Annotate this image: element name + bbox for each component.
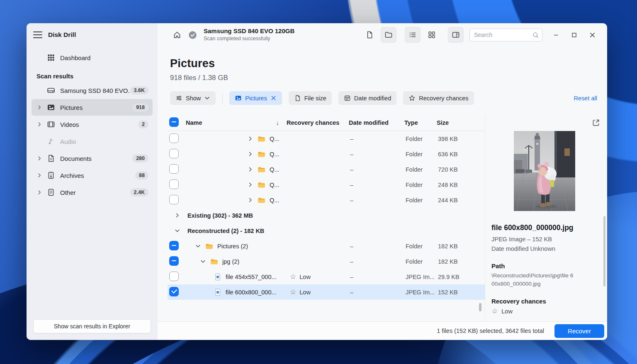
select-all-checkbox[interactable] [169, 117, 179, 127]
file-icon [294, 95, 301, 102]
chevron-right-icon[interactable] [247, 182, 253, 188]
close-button[interactable] [583, 27, 601, 43]
preview-path-label: Path [491, 262, 597, 269]
folder-view-button[interactable] [381, 27, 396, 43]
home-button[interactable] [170, 28, 184, 42]
row-checkbox[interactable] [169, 133, 179, 143]
show-filter-button[interactable]: Show [170, 91, 216, 105]
sidebar-item-archives[interactable]: Archives 88 [32, 167, 153, 184]
chevron-down-icon[interactable] [200, 258, 206, 265]
chevron-right-icon[interactable] [247, 151, 253, 157]
remove-filter-icon[interactable] [270, 95, 277, 101]
date-modified-filter-chip[interactable]: Date modified [338, 91, 396, 105]
table-row-folder[interactable]: Q... – Folder 398 KB [168, 131, 485, 146]
sidebar-item-videos[interactable]: Videos 2 [32, 116, 153, 133]
open-external-button[interactable] [591, 118, 601, 127]
sort-descending-indicator: ↓ [276, 119, 287, 126]
topbar: Samsung SSD 840 EVO 120GB Scan completed… [158, 23, 607, 46]
row-checkbox[interactable] [169, 287, 179, 296]
table-row-jpg-folder[interactable]: jpg (2) – Folder 182 KB [168, 254, 485, 269]
column-header-type[interactable]: Type [404, 119, 437, 126]
panel-scrollbar-thumb[interactable] [603, 216, 605, 286]
chevron-right-icon[interactable] [174, 212, 180, 218]
grid-icon [428, 31, 436, 39]
chevron-right-icon[interactable] [247, 197, 253, 203]
grid-view-button[interactable] [424, 27, 440, 43]
drive-icon [47, 86, 55, 95]
list-view-button[interactable] [405, 27, 421, 43]
row-checkbox[interactable] [169, 256, 179, 266]
selection-status: 1 files (152 KB) selected, 3642 files to… [437, 328, 544, 334]
row-checkbox[interactable] [169, 272, 179, 281]
table-row-file[interactable]: file 454x557_000... ☆ Low – JPEG Im... 2… [168, 269, 485, 284]
table-row-folder[interactable]: Q... – Folder 248 KB [168, 177, 485, 192]
chevron-right-icon [36, 189, 42, 195]
jpeg-file-icon [214, 273, 221, 281]
page-title: Pictures [170, 57, 607, 70]
count-badge: 3.6K [130, 86, 148, 95]
sidebar-item-dashboard[interactable]: Dashboard [32, 49, 153, 66]
group-row-reconstructed[interactable]: Reconstructed (2) - 182 KB [168, 223, 485, 238]
maximize-button[interactable] [565, 27, 583, 43]
device-status: Scan completed successfully [204, 36, 294, 42]
scan-complete-check-icon [188, 31, 197, 39]
videos-icon [47, 120, 55, 129]
preview-image [514, 131, 575, 211]
folder-icon [258, 166, 265, 173]
maximize-icon [571, 32, 577, 38]
folder-icon [258, 136, 265, 142]
column-header-date[interactable]: Date modified [349, 119, 404, 126]
sidebar-item-device[interactable]: Samsung SSD 840 EVO... 3.6K [32, 82, 153, 99]
column-header-name[interactable]: Name ↓ [186, 119, 287, 126]
show-in-explorer-button[interactable]: Show scan results in Explorer [33, 319, 151, 333]
file-table: Name ↓ Recovery chances Date modified Ty… [158, 114, 485, 321]
active-filter-pictures-chip[interactable]: Pictures [229, 91, 282, 105]
sidebar-item-documents[interactable]: Documents 280 [32, 150, 153, 167]
app-title: Disk Drill [48, 31, 76, 39]
folder-icon [258, 197, 265, 204]
row-checkbox[interactable] [169, 241, 179, 250]
table-row-file-selected[interactable]: file 600x800_000... ☆ Low – JPEG Im... 1… [168, 284, 485, 300]
sidebar-item-other[interactable]: Other 2.4K [32, 184, 153, 201]
archives-icon [47, 171, 55, 180]
preview-panel-toggle-button[interactable] [448, 27, 464, 43]
count-badge: 88 [135, 171, 148, 180]
hamburger-menu-icon[interactable] [33, 32, 42, 38]
table-scrollbar-thumb[interactable] [479, 303, 481, 311]
sidebar-item-audio: Audio [32, 133, 153, 150]
file-view-button[interactable] [362, 27, 377, 43]
minimize-button[interactable] [547, 27, 565, 43]
table-row-folder[interactable]: Q... – Folder 636 KB [168, 146, 485, 162]
chevron-right-icon[interactable] [247, 166, 253, 172]
row-checkbox[interactable] [169, 180, 179, 189]
recover-button[interactable]: Recover [554, 324, 604, 338]
row-checkbox[interactable] [169, 164, 179, 174]
chevron-down-icon[interactable] [174, 228, 180, 234]
chevron-right-icon[interactable] [247, 136, 253, 142]
sidebar-item-pictures[interactable]: Pictures 918 [32, 99, 153, 116]
column-header-recovery[interactable]: Recovery chances [287, 119, 349, 126]
group-row-existing[interactable]: Existing (302) - 362 MB [168, 208, 485, 223]
table-row-folder[interactable]: Q... – Folder 244 KB [168, 192, 485, 208]
table-row-folder[interactable]: Q... – Folder 720 KB [168, 162, 485, 177]
reset-all-link[interactable]: Reset all [574, 95, 597, 102]
file-size-filter-chip[interactable]: File size [289, 91, 332, 105]
main-area: Samsung SSD 840 EVO 120GB Scan completed… [158, 23, 607, 340]
row-checkbox[interactable] [169, 195, 179, 204]
sidebar: Disk Drill Dashboard Scan results Samsun… [27, 23, 158, 340]
column-header-size[interactable]: Size [437, 119, 475, 126]
count-badge: 2.4K [130, 188, 148, 197]
filter-divider [222, 93, 223, 103]
chevron-down-icon[interactable] [195, 243, 201, 249]
star-outline-icon: ☆ [290, 273, 296, 280]
table-row-pictures-folder[interactable]: Pictures (2) – Folder 182 KB [168, 238, 485, 254]
count-badge: 2 [138, 120, 148, 129]
preview-filename: file 600x800_000000.jpg [491, 223, 597, 232]
folder-icon [210, 258, 218, 265]
row-checkbox[interactable] [169, 149, 179, 158]
home-icon [173, 31, 181, 39]
recovery-chances-filter-chip[interactable]: Recovery chances [403, 91, 474, 105]
search-input[interactable] [469, 29, 542, 41]
search-icon [532, 32, 539, 39]
preview-path-value: \Reconstructed\Pictures\jpg\file 600x800… [491, 272, 574, 288]
